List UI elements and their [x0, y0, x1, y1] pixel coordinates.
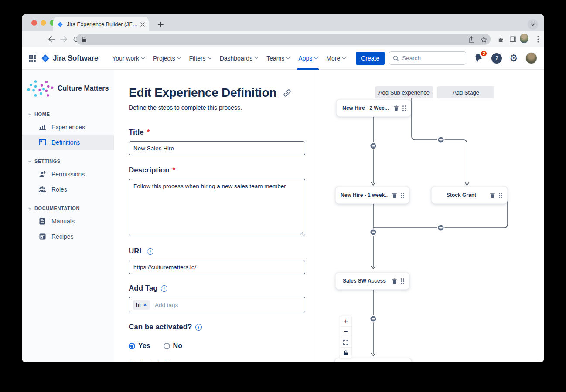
nav-item-dashboards[interactable]: Dashboards — [218, 47, 259, 70]
drag-handle-icon[interactable] — [402, 105, 406, 111]
share-icon[interactable] — [469, 36, 474, 43]
remove-tag-icon[interactable]: × — [143, 302, 147, 308]
drag-handle-icon[interactable] — [401, 193, 404, 198]
create-button[interactable]: Create — [356, 52, 385, 65]
info-icon[interactable]: i — [195, 324, 202, 331]
copy-link-icon[interactable] — [283, 88, 292, 98]
app-name: Culture Matters — [58, 84, 109, 92]
zoom-in-button[interactable]: + — [340, 316, 351, 327]
browser-tab[interactable]: Jira Experience Builder (JEB) - — [53, 17, 149, 31]
add-stage-button[interactable]: Add Stage — [437, 86, 494, 98]
radio-no[interactable]: No — [164, 342, 182, 350]
section-header-settings[interactable]: SETTINGS — [29, 159, 114, 164]
flow-node-stock-grant[interactable]: Stock Grant — [431, 186, 508, 204]
section-header-home[interactable]: HOME — [29, 112, 114, 117]
drag-handle-icon[interactable] — [499, 193, 502, 198]
section-header-documentation[interactable]: DOCUMENTATION — [29, 206, 114, 211]
chevron-down-icon — [255, 55, 258, 59]
settings-gear-icon[interactable]: ⚙ — [509, 54, 518, 63]
window-controls — [31, 20, 55, 26]
tab-search-button[interactable] — [528, 19, 538, 30]
browser-toolbar — [22, 31, 544, 47]
trash-icon[interactable] — [490, 192, 495, 198]
edge-connector-badge[interactable] — [438, 137, 444, 143]
help-button[interactable]: ? — [491, 53, 502, 64]
flow-node-sales-sw-access[interactable]: Sales SW Access — [335, 272, 409, 290]
edge-connector-badge[interactable] — [370, 229, 377, 236]
tags-input[interactable]: hr× Add tags — [129, 297, 305, 313]
edge-connector-badge[interactable] — [370, 316, 377, 322]
edge-line — [373, 200, 508, 228]
zoom-out-button[interactable]: − — [340, 327, 351, 337]
nav-item-more[interactable]: More — [325, 47, 347, 70]
edge-connector-badge[interactable] — [370, 143, 377, 149]
product-name[interactable]: Jira Software — [53, 54, 98, 63]
nav-item-your-work[interactable]: Your work — [111, 47, 146, 70]
side-panel-icon[interactable] — [508, 35, 517, 44]
notifications-button[interactable]: 2 — [474, 53, 484, 64]
user-avatar[interactable] — [525, 52, 537, 64]
experience-flow-canvas[interactable]: Add Sub experience Add Stage New Hire - … — [317, 70, 544, 362]
radio-unselected-icon — [164, 343, 170, 349]
new-tab-button[interactable] — [155, 19, 166, 30]
app-brand: Culture Matters — [22, 75, 114, 103]
close-window-button[interactable] — [31, 20, 37, 26]
radio-yes[interactable]: Yes — [129, 342, 150, 350]
browser-profile-avatar[interactable] — [520, 34, 528, 43]
page-title: Edit Experience Definition — [129, 86, 276, 100]
info-icon[interactable]: i — [163, 362, 169, 363]
jira-favicon-icon — [57, 21, 63, 27]
forward-button[interactable] — [59, 35, 68, 44]
close-tab-icon[interactable] — [140, 22, 145, 27]
search-input[interactable] — [402, 55, 454, 61]
nav-item-apps[interactable]: Apps — [297, 47, 319, 70]
sidebar-item-experiences[interactable]: Experiences — [22, 119, 114, 135]
edge-connector-badge[interactable] — [438, 225, 444, 231]
browser-menu-icon[interactable] — [534, 35, 542, 44]
sidebar-item-roles[interactable]: Roles — [22, 182, 114, 197]
flow-node-new-hire-1-week[interactable]: New Hire - 1 week... — [335, 186, 409, 204]
sidebar-item-permissions[interactable]: Permissions — [22, 166, 114, 182]
back-button[interactable] — [47, 35, 56, 44]
title-input[interactable] — [129, 141, 305, 155]
lock-icon — [82, 37, 86, 42]
fit-view-button[interactable] — [340, 337, 351, 348]
sidebar-item-definitions[interactable]: Definitions — [22, 135, 114, 150]
extensions-puzzle-icon[interactable] — [496, 35, 505, 44]
board-icon — [38, 139, 46, 145]
search-box[interactable] — [389, 51, 466, 65]
nav-item-projects[interactable]: Projects — [152, 47, 182, 70]
lock-button[interactable] — [340, 348, 351, 358]
nav-item-teams[interactable]: Teams — [265, 47, 291, 70]
flow-node-partial[interactable] — [334, 358, 412, 362]
url-input[interactable] — [129, 260, 305, 274]
chevron-down-icon — [342, 55, 346, 59]
trash-icon[interactable] — [393, 105, 399, 111]
search-icon — [393, 55, 399, 61]
sidebar-item-manuals[interactable]: Manuals — [22, 213, 114, 229]
info-icon[interactable]: i — [147, 248, 153, 255]
address-bar[interactable] — [76, 34, 491, 45]
jira-logo-icon[interactable] — [41, 54, 50, 63]
minimize-window-button[interactable] — [41, 20, 46, 26]
trash-icon[interactable] — [392, 192, 397, 198]
info-icon[interactable]: i — [161, 285, 167, 292]
chevron-down-icon — [314, 55, 318, 59]
person-add-icon — [38, 171, 46, 178]
drag-handle-icon[interactable] — [401, 278, 404, 284]
bookmark-star-icon[interactable] — [481, 36, 487, 43]
chevron-down-icon — [28, 159, 31, 162]
sidebar-item-recipes[interactable]: Recipes — [22, 229, 114, 244]
trash-icon[interactable] — [392, 278, 397, 284]
notification-badge: 2 — [480, 50, 488, 57]
recipe-document-icon — [38, 233, 46, 240]
description-textarea[interactable]: Follow this process when hiring a new sa… — [129, 179, 305, 236]
app-switcher-icon[interactable] — [29, 55, 36, 62]
required-asterisk: * — [157, 360, 160, 362]
flow-node-new-hire-2-weeks[interactable]: New Hire - 2 Wee... — [336, 99, 411, 117]
resize-grip-icon[interactable] — [300, 231, 304, 235]
fit-view-icon — [343, 340, 348, 345]
radio-selected-icon — [129, 343, 135, 349]
add-sub-experience-button[interactable]: Add Sub experience — [375, 86, 433, 98]
nav-item-filters[interactable]: Filters — [188, 47, 212, 70]
